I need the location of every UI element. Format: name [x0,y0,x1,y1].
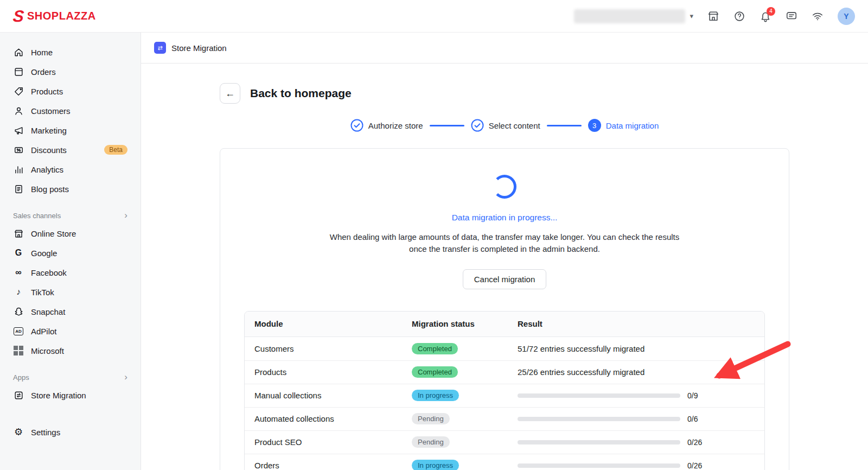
sidebar-section-sales-channels[interactable]: Sales channels › [0,207,141,224]
sidebar-item-settings[interactable]: ⚙ Settings [0,422,141,442]
messages-icon[interactable] [786,10,797,22]
module-name: Customers [254,344,412,353]
page-title: Back to homepage [250,87,352,100]
progress-count: 0/26 [687,438,702,447]
beta-badge: Beta [104,145,127,155]
progress-count: 0/6 [687,415,698,423]
bar-chart-icon [13,164,24,175]
progress-count: 0/26 [687,461,702,470]
step-connector [547,125,582,126]
step-connector [430,125,464,126]
step-number-badge: 3 [588,119,601,132]
section-label: Apps [13,373,29,382]
discount-icon [13,144,24,155]
table-row-products: Products Completed 25/26 entries success… [245,360,764,384]
sidebar-item-label: Google [31,249,57,258]
step-label: Select content [489,121,540,130]
sidebar-item-discounts[interactable]: Discounts Beta [0,140,141,160]
result-text: 51/72 entries successfully migrated [518,344,755,353]
cancel-migration-button[interactable]: Cancel migration [463,269,547,289]
store-migration-icon [13,390,24,401]
column-header-status: Migration status [412,319,518,328]
top-bar: S SHOPLAZZA ▾ 4 Y [0,0,868,33]
status-badge: In progress [412,390,459,401]
module-name: Automated collections [254,414,412,423]
sidebar-item-label: Settings [31,428,60,437]
module-name: Products [254,367,412,377]
person-icon [13,105,24,116]
table-row-manual-collections: Manual collections In progress 0/9 [245,384,764,407]
result-text: 25/26 entries successfully migrated [518,367,755,377]
sidebar-item-blog-posts[interactable]: Blog posts [0,179,141,199]
sidebar-item-snapchat[interactable]: Snapchat [0,302,141,321]
status-badge: Completed [412,366,458,378]
sidebar-item-label: Blog posts [31,185,69,194]
sidebar-item-label: TikTok [31,288,54,297]
migration-page: ← Back to homepage Authorize store [220,63,789,470]
sidebar-item-online-store[interactable]: Online Store [0,224,141,243]
sidebar-item-analytics[interactable]: Analytics [0,160,141,179]
sidebar-item-label: Orders [31,67,56,77]
sidebar-item-microsoft[interactable]: Microsoft [0,341,141,360]
migration-status-title: Data migration in progress... [244,213,765,223]
progress-bar [518,463,680,468]
sidebar-item-facebook[interactable]: ∞ Facebook [0,263,141,282]
shoplazza-logo[interactable]: S SHOPLAZZA [13,8,96,24]
user-avatar[interactable]: Y [838,8,855,25]
back-button[interactable]: ← [220,83,240,104]
migration-table: Module Migration status Result Customers… [244,311,765,470]
help-icon[interactable] [733,10,745,22]
sidebar-item-home[interactable]: Home [0,42,141,62]
google-icon: G [13,247,24,258]
sidebar-item-adpilot[interactable]: AD AdPilot [0,321,141,341]
gear-icon: ⚙ [13,427,24,437]
home-icon [13,47,24,58]
chevron-right-icon: › [124,210,127,221]
status-badge: Pending [412,413,450,424]
main-area: ⇄ Store Migration ← Back to homepage Aut… [141,33,868,470]
sidebar-item-orders[interactable]: Orders [0,62,141,81]
megaphone-icon [13,125,24,136]
store-name-dropdown[interactable]: ▾ [574,9,693,23]
tag-icon [13,86,24,97]
progress-bar [518,393,680,398]
caret-down-icon: ▾ [690,12,693,20]
sidebar-item-customers[interactable]: Customers [0,101,141,120]
table-row-orders: Orders In progress 0/26 [245,454,764,470]
sidebar-item-products[interactable]: Products [0,81,141,101]
module-name: Manual collections [254,391,412,400]
table-row-automated-collections: Automated collections Pending 0/6 [245,407,764,430]
storefront-icon[interactable] [707,10,719,22]
sidebar-item-label: Home [31,48,53,57]
step-authorize-store: Authorize store [350,119,423,132]
sidebar-item-label: Facebook [31,268,67,277]
sidebar-item-label: Analytics [31,165,63,174]
progress-count: 0/9 [687,391,698,400]
microsoft-icon [13,345,24,356]
sidebar-item-tiktok[interactable]: ♪ TikTok [0,282,141,302]
snapchat-ghost-icon [13,306,24,317]
check-circle-icon [350,119,363,132]
sidebar-section-apps[interactable]: Apps › [0,369,141,385]
notification-count-badge: 4 [767,7,775,16]
sidebar-item-marketing[interactable]: Marketing [0,120,141,140]
store-migration-app-icon: ⇄ [154,42,166,54]
orders-icon [13,66,24,77]
step-label: Data migration [606,121,659,130]
document-icon [13,183,24,194]
column-header-module: Module [254,319,412,328]
check-circle-icon [471,119,484,132]
sidebar-item-label: Marketing [31,126,67,135]
notifications-bell-icon[interactable]: 4 [760,10,771,22]
sidebar-item-google[interactable]: G Google [0,243,141,263]
sidebar-item-store-migration[interactable]: Store Migration [0,385,141,405]
migration-status-card: Data migration in progress... When deali… [220,148,789,470]
table-row-product-seo: Product SEO Pending 0/26 [245,430,764,454]
migration-status-note: When dealing with large amounts of data,… [326,231,684,255]
back-arrow-icon: ← [225,88,235,99]
network-status-icon[interactable] [812,10,824,22]
module-name: Product SEO [254,437,412,447]
topbar-actions: ▾ 4 Y [574,8,855,25]
shoplazza-logo-icon: S [12,8,24,24]
breadcrumb: ⇄ Store Migration [141,33,868,63]
